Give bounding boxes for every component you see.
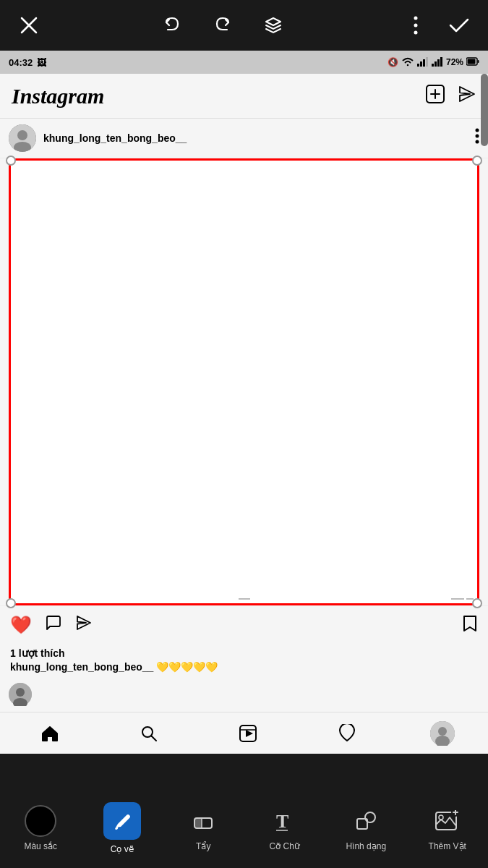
post-header: khung_long_ten_bong_beo__ <box>0 119 488 158</box>
tool-co-ve[interactable]: Cọ vẽ <box>82 802 163 854</box>
svg-marker-32 <box>246 730 253 737</box>
send-icon[interactable] <box>458 85 476 108</box>
like-button[interactable]: ❤️ <box>10 615 32 635</box>
time-display: 04:32 <box>9 57 33 68</box>
svg-point-4 <box>414 24 418 27</box>
svg-marker-2 <box>266 18 281 25</box>
instagram-logo: Instagram <box>12 84 104 109</box>
bottom-nav <box>0 712 488 754</box>
svg-point-23 <box>476 129 479 132</box>
svg-rect-11 <box>435 61 437 67</box>
co-chu-label: Cỡ Chữ <box>270 841 300 851</box>
tool-hinh-dang[interactable]: Hình dạng <box>325 805 407 851</box>
caption-line: khung_long_ten_bong_beo__ 💛💛💛💛💛 <box>10 661 478 673</box>
confirm-button[interactable] <box>445 11 474 40</box>
tay-icon <box>187 805 219 837</box>
post-image <box>9 158 479 605</box>
caption-username: khung_long_ten_bong_beo__ <box>10 661 153 673</box>
them-vat-icon <box>432 805 463 837</box>
post-info: 1 lượt thích khung_long_ten_bong_beo__ 💛… <box>0 643 488 680</box>
svg-point-27 <box>16 688 25 697</box>
svg-point-24 <box>476 135 479 138</box>
status-image-icon: 🖼 <box>37 57 46 68</box>
layers-button[interactable] <box>259 11 288 40</box>
user-avatar[interactable] <box>9 124 36 152</box>
toolbar-center <box>158 11 288 40</box>
tool-tay[interactable]: Tẩy <box>163 805 244 851</box>
likes-count: 1 lượt thích <box>10 647 478 659</box>
tool-them-vat[interactable]: Thêm Vật <box>407 805 489 851</box>
mau-sac-label: Màu sắc <box>24 841 57 851</box>
signal-bars-icon <box>417 56 429 69</box>
mau-sac-icon <box>25 805 56 837</box>
post-actions: ❤️ <box>0 605 488 643</box>
scrollbar <box>481 74 488 146</box>
nav-profile-button[interactable] <box>430 721 455 746</box>
svg-point-25 <box>476 140 479 144</box>
co-ve-icon-bg <box>103 802 141 840</box>
svg-line-30 <box>151 736 156 741</box>
top-toolbar <box>0 0 488 51</box>
more-options-button[interactable] <box>401 11 430 40</box>
post-more-button[interactable] <box>475 128 479 148</box>
nav-home-button[interactable] <box>34 718 66 749</box>
svg-rect-16 <box>468 59 476 64</box>
svg-point-21 <box>17 130 27 140</box>
svg-point-44 <box>439 815 443 820</box>
svg-point-42 <box>365 812 375 822</box>
post-image-container <box>0 158 488 605</box>
screenshot-area: 04:32 🖼 🔇 <box>0 51 488 754</box>
image-dash-br <box>451 598 474 600</box>
co-ve-icon <box>112 811 132 831</box>
co-chu-icon: T <box>269 805 301 837</box>
nav-search-button[interactable] <box>133 718 165 749</box>
tay-label: Tẩy <box>196 841 210 851</box>
mute-icon: 🔇 <box>388 57 398 67</box>
post-username: khung_long_ten_bong_beo__ <box>43 132 468 144</box>
undo-button[interactable] <box>158 11 187 40</box>
battery-icon <box>466 57 479 68</box>
svg-rect-12 <box>437 59 440 67</box>
header-icons <box>426 85 476 108</box>
tool-mau-sac[interactable]: Màu sắc <box>0 805 82 851</box>
battery-text: 72% <box>446 57 463 67</box>
svg-text:T: T <box>276 811 288 832</box>
hinh-dang-label: Hình dạng <box>346 841 386 851</box>
caption-emojis: 💛💛💛💛💛 <box>156 661 218 673</box>
them-vat-label: Thêm Vật <box>429 841 466 851</box>
svg-point-35 <box>438 727 447 736</box>
svg-rect-15 <box>478 60 479 63</box>
nav-activity-button[interactable] <box>331 718 363 749</box>
svg-rect-7 <box>420 61 422 67</box>
svg-rect-9 <box>426 57 428 67</box>
co-ve-label: Cọ vẽ <box>111 844 134 854</box>
new-post-icon[interactable] <box>426 85 445 108</box>
close-button[interactable] <box>14 11 43 40</box>
comment-button[interactable] <box>45 614 62 636</box>
comment-area <box>0 680 488 712</box>
wifi-icon <box>401 56 414 69</box>
bookmark-button[interactable] <box>462 614 478 636</box>
nav-reels-button[interactable] <box>232 718 264 749</box>
instagram-header: Instagram <box>0 74 488 119</box>
status-right-area: 🔇 <box>388 56 479 69</box>
signal-bars-2-icon <box>432 56 443 69</box>
redo-button[interactable] <box>208 11 237 40</box>
svg-rect-8 <box>423 59 425 67</box>
commenter-avatar <box>9 683 32 706</box>
image-dash-bottom <box>239 598 250 600</box>
bottom-app-toolbar: Màu sắc Cọ vẽ Tẩy T Cỡ C <box>0 788 488 868</box>
svg-rect-13 <box>440 57 442 67</box>
status-bar: 04:32 🖼 🔇 <box>0 51 488 74</box>
hinh-dang-icon <box>350 805 382 837</box>
status-time-area: 04:32 🖼 <box>9 57 46 68</box>
share-button[interactable] <box>75 614 93 636</box>
post-actions-left: ❤️ <box>10 614 93 636</box>
svg-rect-10 <box>432 64 434 67</box>
tool-co-chu[interactable]: T Cỡ Chữ <box>244 805 326 851</box>
svg-point-5 <box>414 31 418 35</box>
svg-rect-6 <box>417 64 419 67</box>
svg-point-3 <box>414 17 418 20</box>
